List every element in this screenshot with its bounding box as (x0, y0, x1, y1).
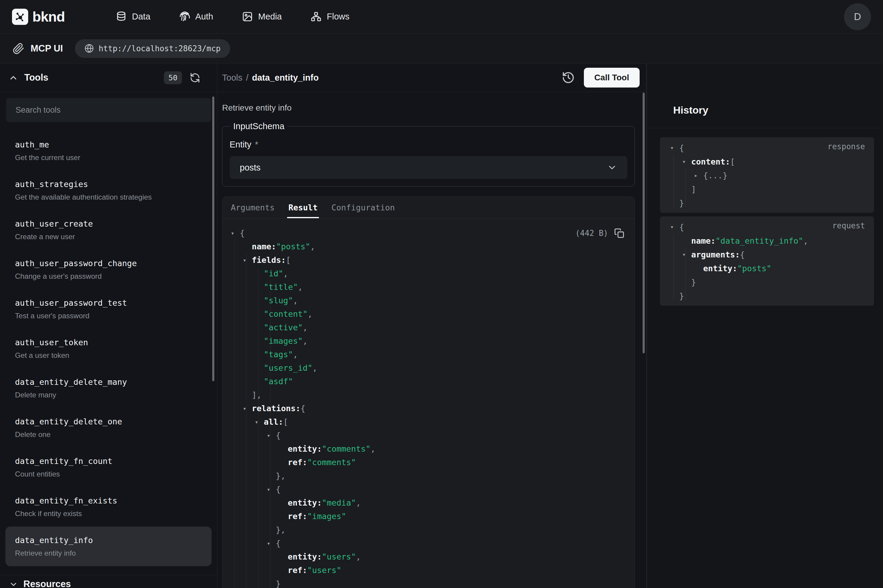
tree-toggle-icon[interactable]: ▾ (255, 418, 264, 426)
user-avatar[interactable]: D (844, 3, 871, 30)
json-string: "comments" (307, 458, 356, 467)
breadcrumb-separator: / (246, 73, 249, 83)
tool-item-auth_strategies[interactable]: auth_strategiesGet the available authent… (0, 171, 217, 210)
tool-item-auth_user_token[interactable]: auth_user_tokenGet a user token (0, 329, 217, 368)
tab-result[interactable]: Result (288, 197, 318, 218)
tabs: ArgumentsResultConfiguration (222, 197, 634, 219)
nav-item-data[interactable]: Data (116, 11, 150, 22)
tool-description: Retrieve entity info (15, 549, 202, 557)
tool-item-data_entity_delete_many[interactable]: data_entity_delete_manyDelete many (0, 368, 217, 408)
nav-item-auth[interactable]: Auth (179, 11, 213, 22)
json-string: "images" (307, 512, 346, 521)
tool-item-data_entity_fn_exists[interactable]: data_entity_fn_existsCheck if entity exi… (0, 487, 217, 526)
json-line: "title", (231, 280, 625, 294)
history-body: response▾{▾content: [▸{...}]}request▾{na… (647, 128, 883, 309)
history-entry-response[interactable]: response▾{▾content: [▸{...}]} (660, 137, 874, 213)
tool-description: Check if entity exists (15, 510, 208, 518)
tool-name: data_entity_delete_many (15, 377, 208, 387)
sidebar-scrollbar[interactable] (212, 96, 214, 381)
json-line: "asdf" (231, 375, 625, 388)
json-key: relations: (252, 404, 301, 413)
tree-toggle-icon[interactable]: ▾ (267, 432, 276, 439)
indent-guide (258, 267, 258, 588)
tree-toggle-icon[interactable]: ▾ (267, 540, 276, 547)
nav-item-flows[interactable]: Flows (310, 11, 349, 22)
fingerprint-icon (179, 11, 190, 22)
tree-toggle-icon[interactable]: ▾ (670, 223, 679, 231)
tree-toggle-icon[interactable]: ▾ (243, 405, 252, 412)
tree-toggle-icon[interactable]: ▾ (682, 251, 691, 258)
json-line: } (670, 196, 866, 210)
server-url-pill[interactable]: http://localhost:28623/mcp (75, 39, 230, 58)
json-line: ref: "images" (231, 510, 625, 523)
tree-toggle-icon[interactable]: ▾ (267, 486, 276, 493)
json-punct: { (679, 222, 684, 232)
tree-toggle-icon[interactable]: ▾ (682, 158, 691, 165)
tool-item-auth_user_password_test[interactable]: auth_user_password_testTest a user's pas… (0, 289, 217, 329)
result-card: ArgumentsResultConfiguration (442 B) ▾{n… (222, 196, 635, 588)
json-key: all: (264, 417, 283, 426)
call-tool-button[interactable]: Call Tool (584, 68, 640, 87)
json-line: ] (670, 182, 866, 196)
tool-description: Get the available authentication strateg… (15, 193, 208, 201)
history-json-tree: ▾{name: "data_entity_info",▾arguments: {… (670, 220, 866, 303)
json-key: entity: (288, 552, 322, 561)
entity-field-label: Entity* (229, 140, 627, 150)
tool-item-auth_user_create[interactable]: auth_user_createCreate a new user (0, 210, 217, 250)
tree-toggle-icon[interactable]: ▸ (694, 172, 703, 179)
main-scrollbar[interactable] (643, 93, 645, 353)
tool-item-data_entity_delete_one[interactable]: data_entity_delete_oneDelete one (0, 408, 217, 447)
tool-item-data_entity_info[interactable]: data_entity_infoRetrieve entity info (5, 526, 211, 566)
json-punct: } (276, 579, 280, 588)
breadcrumb-current: data_entity_info (252, 73, 319, 83)
resources-section-header[interactable]: Resources (0, 575, 217, 588)
flow-icon (310, 11, 322, 22)
tool-detail-panel: Tools / data_entity_info Call Tool Retri… (217, 63, 646, 588)
tools-search (6, 98, 211, 122)
search-input[interactable] (15, 105, 202, 115)
history-icon[interactable] (562, 71, 575, 84)
json-line: "slug", (231, 294, 625, 307)
json-punct: { (276, 484, 280, 494)
json-line: }, (231, 523, 625, 537)
tab-arguments[interactable]: Arguments (231, 197, 274, 218)
json-string: "media" (322, 498, 356, 507)
tool-name: auth_me (15, 140, 208, 150)
nav-item-media[interactable]: Media (242, 11, 282, 22)
json-punct: , (293, 296, 298, 305)
tool-item-data_entity_fn_count[interactable]: data_entity_fn_countCount entities (0, 447, 217, 487)
json-string: "images" (264, 336, 303, 345)
tab-configuration[interactable]: Configuration (331, 197, 395, 218)
chevron-up-icon[interactable] (8, 73, 18, 83)
json-punct: [ (283, 417, 288, 426)
tree-toggle-icon[interactable]: ▾ (670, 144, 679, 152)
tools-sidebar: Tools 50 auth_meGet the current userauth… (0, 63, 217, 588)
json-punct: , (803, 236, 808, 246)
json-punct: { (740, 250, 745, 259)
tool-item-auth_me[interactable]: auth_meGet the current user (0, 131, 217, 171)
json-punct: ], (252, 390, 262, 399)
top-navigation: bknd DataAuthMediaFlows D (0, 0, 883, 34)
tool-name: data_entity_fn_count (15, 456, 208, 466)
json-string: "comments" (322, 444, 371, 453)
json-punct: , (303, 323, 307, 332)
json-line: "id", (231, 267, 625, 280)
json-punct: [ (730, 157, 735, 166)
tool-item-auth_user_password_change[interactable]: auth_user_password_changeChange a user's… (0, 250, 217, 289)
brand[interactable]: bknd (12, 8, 65, 25)
history-entry-request[interactable]: request▾{name: "data_entity_info",▾argum… (660, 216, 874, 306)
entity-select[interactable]: posts (229, 156, 627, 179)
breadcrumb-root[interactable]: Tools (222, 73, 243, 83)
json-line: "users_id", (231, 361, 625, 375)
json-punct: , (356, 498, 361, 507)
json-line: ▾{ (231, 429, 625, 442)
json-string: "posts" (276, 242, 310, 251)
tree-toggle-icon[interactable]: ▾ (243, 256, 252, 264)
tree-toggle-icon[interactable]: ▾ (231, 230, 240, 237)
refresh-icon[interactable] (190, 72, 200, 83)
tool-name: auth_user_password_change (15, 258, 208, 268)
tools-title: Tools (24, 72, 48, 83)
json-line: entity: "media", (231, 496, 625, 510)
tool-detail-header: Tools / data_entity_info Call Tool (217, 63, 646, 92)
json-line: "active", (231, 321, 625, 334)
